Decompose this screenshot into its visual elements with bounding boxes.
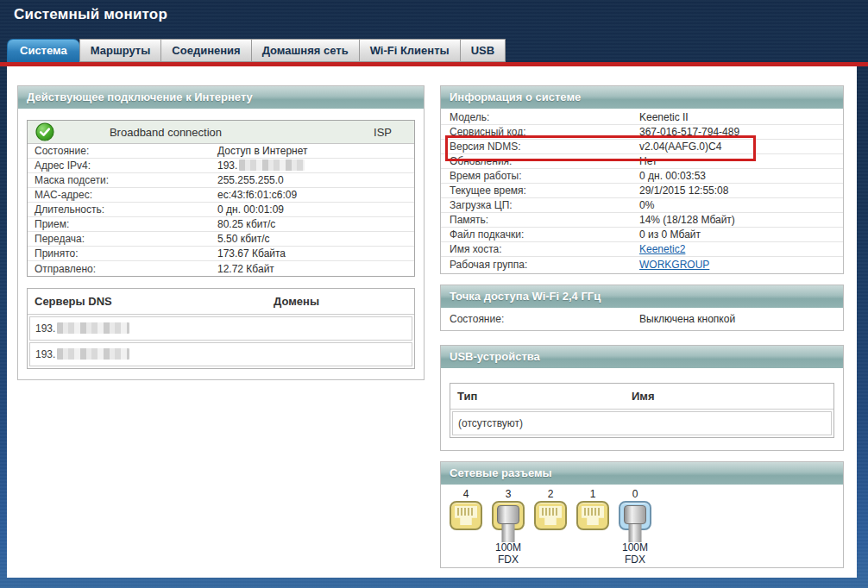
usb-empty-row: (отсутствуют) <box>452 411 832 435</box>
hostname-link[interactable]: Keenetic2 <box>639 243 685 255</box>
row-duration: Длительность: 0 дн. 00:01:09 <box>28 203 414 217</box>
system-info-body: Модель: Keenetic II Сервисный код: 367-0… <box>441 109 843 273</box>
connection-interface: ISP <box>277 126 414 139</box>
workgroup-link[interactable]: WORKGROUP <box>639 259 709 271</box>
content-area: Действующее подключение к Интернету <box>7 66 857 578</box>
port-number: 0 <box>632 489 638 501</box>
row-label: Принято: <box>35 247 217 260</box>
port-1: 1 <box>576 489 610 567</box>
wifi-access-point-panel: Точка доступа Wi-Fi 2,4 ГГц Состояние: В… <box>440 285 844 331</box>
tab-wifi-clients[interactable]: Wi-Fi Клиенты <box>359 39 460 62</box>
row-subnet-mask: Маска подсети: 255.255.255.0 <box>28 173 414 188</box>
row-label: Передача: <box>35 233 217 245</box>
page-title: Системный монитор <box>14 6 167 23</box>
row-value: 173.67 Кбайта <box>217 247 414 260</box>
row-wifi-state: Состояние: Выключена кнопкой <box>441 308 843 330</box>
row-label: Время работы: <box>450 170 639 182</box>
row-label: Обновления: <box>450 155 639 167</box>
row-mac-address: MAC-адрес: ec:43:f6:01:c6:09 <box>28 188 414 203</box>
dns-server-row: 193. <box>29 342 412 366</box>
row-tx-rate: Передача: 5.50 кбит/с <box>28 232 414 247</box>
wan-port-connected-icon <box>619 501 651 530</box>
row-value: Keenetic II <box>639 111 843 123</box>
port-number: 3 <box>506 489 512 501</box>
row-label: Маска подсети: <box>35 174 217 186</box>
page-background: { "page": { "title": "Системный монитор"… <box>0 0 868 588</box>
usb-panel-body: Тип Имя (отсутствуют) <box>441 368 843 450</box>
redacted-ip-blur <box>57 348 129 360</box>
row-value: 5.50 кбит/с <box>217 233 414 245</box>
row-value: 0% <box>639 199 843 211</box>
row-service-code: Сервисный код: 367-016-517-794-489 <box>441 125 843 140</box>
row-label: Длительность: <box>35 203 217 216</box>
port-2: 2 <box>533 489 568 567</box>
port-link-status: 100MFDX <box>495 541 521 566</box>
system-info-panel: Информация о системе Модель: Keenetic II… <box>440 85 844 274</box>
row-uptime: Время работы: 0 дн. 00:03:53 <box>441 169 843 184</box>
row-value: 80.25 кбит/с <box>217 218 414 230</box>
usb-table-header: Тип Имя <box>450 384 833 410</box>
row-memory: Память: 14% (18/128 Мбайт) <box>441 213 843 228</box>
connection-name: Broadband connection <box>54 126 277 139</box>
row-rx-rate: Прием: 80.25 кбит/с <box>28 217 414 232</box>
port-number: 2 <box>548 489 554 501</box>
dns-col-domains: Домены <box>274 295 407 308</box>
tab-home-network[interactable]: Домашняя сеть <box>251 39 359 62</box>
redacted-ip-blur <box>239 160 305 171</box>
usb-devices-table: Тип Имя (отсутствуют) <box>450 383 834 438</box>
row-label: Модель: <box>450 111 639 123</box>
row-value: 367-016-517-794-489 <box>639 126 843 138</box>
tab-bar: Система Маршруты Соединения Домашняя сет… <box>7 39 506 62</box>
port-4: 4 <box>449 489 483 567</box>
row-label: Рабочая группа: <box>450 259 639 271</box>
green-check-icon <box>35 122 54 141</box>
row-label: Файл подкачки: <box>450 228 639 241</box>
ethernet-port-icon <box>576 501 609 530</box>
dns-table-header: Серверы DNS Домены <box>28 289 414 315</box>
row-value: WORKGROUP <box>639 259 843 271</box>
row-sent: Отправлено: 12.72 Кбайт <box>28 261 414 276</box>
usb-col-type: Тип <box>457 390 632 403</box>
port-number: 1 <box>590 489 596 501</box>
row-ipv4: Адрес IPv4: 193. <box>28 159 414 173</box>
row-workgroup: Рабочая группа: WORKGROUP <box>441 257 843 272</box>
ethernet-port-icon <box>534 501 567 530</box>
row-label: Сервисный код: <box>450 126 639 138</box>
row-label: Состояние: <box>450 313 639 325</box>
dns-col-servers: Серверы DNS <box>35 295 274 308</box>
row-value: 0 дн. 00:03:53 <box>639 170 843 182</box>
tab-usb[interactable]: USB <box>460 39 506 62</box>
row-hostname: Имя хоста: Keenetic2 <box>441 242 843 257</box>
row-value: 12.72 Кбайт <box>217 263 414 275</box>
usb-col-name: Имя <box>632 390 827 403</box>
wifi-panel-body: Состояние: Выключена кнопкой <box>441 308 843 330</box>
row-value: 0 из 0 Мбайт <box>639 228 843 241</box>
row-model: Модель: Keenetic II <box>441 110 843 125</box>
tab-connections[interactable]: Соединения <box>160 39 250 62</box>
port-0-wan: 0 100MFDX <box>618 489 652 567</box>
connection-title-row: Broadband connection ISP <box>28 121 414 144</box>
row-value: 14% (18/128 Мбайт) <box>639 214 843 226</box>
row-cpu-load: Загрузка ЦП: 0% <box>441 198 843 213</box>
row-state: Состояние: Доступ в Интернет <box>28 144 414 159</box>
internet-connection-panel-header: Действующее подключение к Интернету <box>18 86 424 109</box>
row-value: ec:43:f6:01:c6:09 <box>217 189 414 201</box>
rj45-socket <box>455 506 477 525</box>
row-value: v2.04(AAFG.0)C4 <box>639 141 843 153</box>
row-current-time: Текущее время: 29/1/2015 12:55:08 <box>441 184 843 198</box>
tab-routes[interactable]: Маршруты <box>79 39 161 62</box>
row-value: 255.255.255.0 <box>217 174 414 186</box>
port-link-status: 100MFDX <box>622 541 648 566</box>
plug-icon <box>624 505 646 524</box>
row-value: Доступ в Интернет <box>217 145 414 157</box>
row-label: Прием: <box>35 218 217 230</box>
row-value: Keenetic2 <box>639 243 843 255</box>
port-number: 4 <box>463 489 469 501</box>
system-info-panel-header: Информация о системе <box>441 86 843 109</box>
row-label: Имя хоста: <box>450 243 639 255</box>
internet-connection-panel: Действующее подключение к Интернету <box>17 85 425 380</box>
row-label: Версия NDMS: <box>450 141 639 153</box>
rj45-socket <box>539 506 562 525</box>
tab-system[interactable]: Система <box>7 39 79 62</box>
row-label: Адрес IPv4: <box>35 160 217 172</box>
